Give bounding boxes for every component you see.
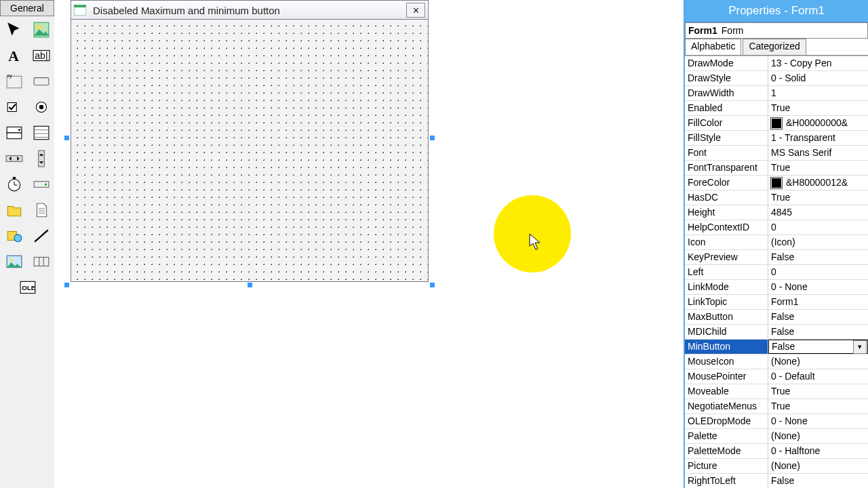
tool-line[interactable] [28, 224, 54, 248]
svg-point-29 [14, 235, 22, 242]
property-value[interactable]: 1 [768, 86, 868, 100]
tool-vscrollbar[interactable] [28, 146, 54, 171]
property-row-drawwidth[interactable]: DrawWidth1 [685, 86, 868, 101]
property-grid[interactable]: DrawMode13 - Copy PenDrawStyle0 - SolidD… [685, 56, 868, 488]
property-value[interactable]: True [768, 161, 868, 175]
tool-listbox[interactable] [28, 121, 54, 145]
tool-ole[interactable]: OLE [1, 275, 54, 300]
property-value[interactable]: 0 - Solid [768, 71, 868, 85]
tool-timer[interactable] [1, 172, 27, 197]
selection-handle[interactable] [430, 136, 435, 140]
tab-alphabetic[interactable]: Alphabetic [685, 39, 741, 55]
property-row-helpcontextid[interactable]: HelpContextID0 [685, 220, 868, 235]
tool-drivelistbox[interactable] [28, 172, 54, 197]
property-row-righttoleft[interactable]: RightToLeftFalse [685, 474, 868, 488]
tool-picturebox[interactable] [28, 18, 54, 42]
tool-textbox[interactable]: ab| [28, 43, 54, 68]
property-value[interactable]: 13 - Copy Pen [768, 56, 868, 70]
property-row-negotiatemenus[interactable]: NegotiateMenusTrue [685, 399, 868, 414]
property-value[interactable]: 0 - None [768, 280, 868, 294]
property-value[interactable]: 0 [768, 220, 868, 235]
property-row-fonttransparent[interactable]: FontTransparentTrue [685, 161, 868, 176]
property-row-linkmode[interactable]: LinkMode0 - None [685, 280, 868, 295]
property-name: Enabled [685, 101, 768, 115]
tool-hscrollbar[interactable] [1, 146, 27, 171]
property-value[interactable]: (None) [768, 354, 868, 369]
form-client-area[interactable] [71, 19, 429, 282]
property-value-text: Form1 [771, 295, 798, 309]
tool-frame[interactable]: xy [1, 69, 27, 94]
property-value[interactable]: True [768, 101, 868, 115]
form-titlebar[interactable]: Disabeled Maximum and minimum button ✕ [71, 0, 429, 20]
toolbox-tab-general[interactable]: General [0, 0, 54, 16]
property-row-hasdc[interactable]: HasDCTrue [685, 190, 868, 205]
property-row-icon[interactable]: Icon(Icon) [685, 235, 868, 250]
property-row-font[interactable]: FontMS Sans Serif [685, 146, 868, 161]
property-row-minbutton[interactable]: MinButtonFalse▾ [685, 340, 868, 354]
tool-image[interactable] [1, 249, 27, 274]
property-value[interactable]: True [768, 399, 868, 413]
property-row-drawmode[interactable]: DrawMode13 - Copy Pen [685, 56, 868, 71]
property-row-palette[interactable]: Palette(None) [685, 429, 868, 444]
property-value[interactable]: &H00000000& [768, 116, 868, 130]
property-value[interactable]: False [768, 474, 868, 488]
property-row-maxbutton[interactable]: MaxButtonFalse [685, 310, 868, 325]
tool-optionbutton[interactable] [28, 95, 54, 119]
tool-shape[interactable] [1, 224, 27, 248]
svg-rect-7 [34, 78, 49, 85]
object-selector[interactable]: Form1 Form [685, 22, 868, 39]
form-designer[interactable]: Disabeled Maximum and minimum button ✕ [54, 0, 685, 488]
tool-pointer[interactable] [1, 18, 27, 42]
property-row-mousepointer[interactable]: MousePointer0 - Default [685, 369, 868, 384]
property-row-linktopic[interactable]: LinkTopicForm1 [685, 295, 868, 310]
property-value[interactable]: False [768, 310, 868, 324]
property-row-enabled[interactable]: EnabledTrue [685, 101, 868, 116]
tool-commandbutton[interactable] [28, 69, 54, 94]
property-row-fillcolor[interactable]: FillColor&H00000000& [685, 116, 868, 131]
property-value[interactable]: (None) [768, 429, 868, 443]
property-value[interactable]: 0 - Halftone [768, 444, 868, 458]
close-button[interactable]: ✕ [406, 3, 425, 18]
property-row-mdichild[interactable]: MDIChildFalse [685, 325, 868, 340]
property-value[interactable]: 4845 [768, 205, 868, 220]
tool-combobox[interactable] [1, 121, 27, 145]
property-row-moveable[interactable]: MoveableTrue [685, 384, 868, 399]
property-value[interactable]: &H80000012& [768, 176, 868, 190]
property-row-left[interactable]: Left0 [685, 265, 868, 280]
tool-dirlistbox[interactable] [1, 198, 27, 222]
property-value[interactable]: False [768, 250, 868, 264]
property-value[interactable]: (None) [768, 459, 868, 473]
dropdown-button[interactable]: ▾ [853, 340, 867, 354]
property-value[interactable]: Form1 [768, 295, 868, 309]
property-value[interactable]: (Icon) [768, 235, 868, 249]
property-row-fillstyle[interactable]: FillStyle1 - Transparent [685, 131, 868, 146]
designer-form-window[interactable]: Disabeled Maximum and minimum button ✕ [71, 0, 429, 282]
selection-handle[interactable] [248, 283, 252, 287]
property-value[interactable]: 0 - Default [768, 369, 868, 384]
property-row-mouseicon[interactable]: MouseIcon(None) [685, 354, 868, 369]
selection-handle[interactable] [64, 283, 69, 287]
property-row-oledropmode[interactable]: OLEDropMode0 - None [685, 414, 868, 429]
tool-label[interactable]: A [1, 43, 27, 68]
property-value[interactable]: False [768, 325, 868, 339]
property-value[interactable]: 0 [768, 265, 868, 279]
property-value[interactable]: MS Sans Serif [768, 146, 868, 160]
property-value[interactable]: False▾ [768, 340, 868, 354]
property-value[interactable]: True [768, 384, 868, 399]
property-row-picture[interactable]: Picture(None) [685, 459, 868, 474]
property-row-palettemode[interactable]: PaletteMode0 - Halftone [685, 444, 868, 459]
tool-filelistbox[interactable] [28, 198, 54, 222]
property-row-height[interactable]: Height4845 [685, 205, 868, 220]
tool-data[interactable] [28, 249, 54, 274]
tool-checkbox[interactable] [1, 95, 27, 119]
tab-categorized[interactable]: Categorized [743, 39, 806, 55]
property-row-keypreview[interactable]: KeyPreviewFalse [685, 250, 868, 265]
property-name: Height [685, 205, 768, 220]
property-value[interactable]: 1 - Transparent [768, 131, 868, 145]
selection-handle[interactable] [64, 136, 69, 140]
property-value[interactable]: 0 - None [768, 414, 868, 428]
property-row-drawstyle[interactable]: DrawStyle0 - Solid [685, 71, 868, 86]
property-value[interactable]: True [768, 190, 868, 205]
selection-handle[interactable] [430, 283, 435, 287]
property-row-forecolor[interactable]: ForeColor&H80000012& [685, 176, 868, 190]
